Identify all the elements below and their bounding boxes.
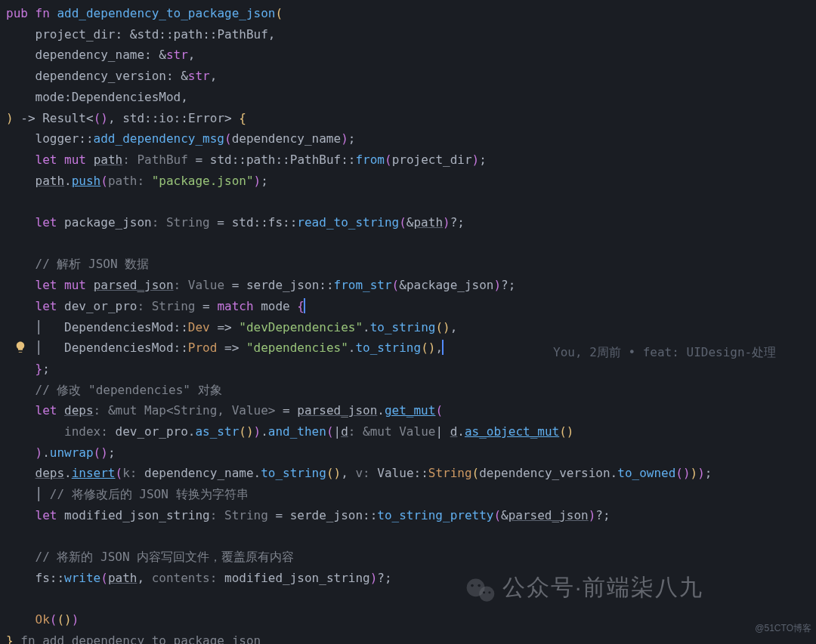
corner-attribution: @51CTO博客 (755, 618, 811, 639)
comment: // 解析 JSON 数据 (36, 257, 150, 271)
fn-call: to_owned (617, 466, 675, 480)
fn-call: as_object_mut (465, 424, 559, 439)
inlay-hint: : String (152, 215, 210, 230)
keyword: let (36, 403, 57, 418)
param: dependency_version (36, 69, 166, 83)
variable: deps (64, 403, 94, 418)
path-seg: std (210, 153, 232, 167)
comment: // 将修改后的 JSON 转换为字符串 (42, 487, 248, 501)
type: str (166, 48, 188, 62)
path-seg: path (174, 27, 203, 42)
keyword: match (217, 299, 253, 313)
lightbulb-icon[interactable] (14, 340, 27, 354)
svg-point-4 (483, 591, 485, 593)
keyword: let (36, 508, 57, 522)
fn-call: from (355, 153, 385, 167)
variable: path (108, 571, 138, 585)
inlay-hint: : PathBuf (122, 153, 188, 167)
inlay-hint: : String (137, 299, 195, 313)
comment: // 将新的 JSON 内容写回文件，覆盖原有内容 (36, 550, 295, 564)
variable: deps (36, 466, 65, 480)
fn-call: as_str (195, 424, 239, 439)
inlay-hint: : String (210, 508, 268, 522)
type: Result (42, 111, 86, 125)
param: mode (36, 90, 65, 104)
variable: parsed_json (508, 508, 589, 522)
keyword: pub (6, 6, 28, 20)
wechat-icon (464, 574, 497, 614)
keyword: let (36, 278, 57, 292)
keyword: mut (64, 278, 86, 292)
inlay-hint: : Value (174, 278, 224, 292)
op: = (196, 153, 203, 167)
variable: path (94, 153, 123, 167)
fn-call: push (72, 174, 101, 188)
variable: package_json (64, 215, 152, 230)
code-block[interactable]: pub fn add_dependency_to_package_json( p… (6, 3, 712, 644)
inlay-hint: index: (64, 424, 115, 439)
ident: dev_or_pro (116, 424, 188, 439)
path-seg: io (159, 111, 173, 125)
fn-call: add_dependency_msg (94, 131, 224, 146)
enum-variant: String (428, 466, 472, 480)
path-seg: serde_json (290, 508, 363, 522)
variable: modified_json_string (64, 508, 210, 522)
fn-call: insert (72, 466, 116, 480)
code-editor[interactable]: pub fn add_dependency_to_package_json( p… (0, 0, 816, 644)
ident: project_dir (392, 153, 472, 167)
inlay-hint: path: (108, 174, 152, 188)
inlay-hint: : &mut Map<String, Value> (94, 403, 276, 418)
inlay-hint: k: (122, 466, 144, 480)
string: "devDependencies" (239, 320, 363, 334)
type: DependenciesMod (72, 90, 181, 104)
ident: dependency_name (232, 131, 342, 146)
ident: d (341, 424, 348, 439)
enum: DependenciesMod (64, 340, 174, 355)
svg-point-1 (479, 587, 494, 602)
watermark-text: 公众号·前端柒八九 (502, 577, 703, 598)
keyword: mut (64, 153, 86, 167)
path-seg: path (246, 153, 276, 167)
comment: // 修改 "dependencies" 对象 (36, 383, 222, 397)
path-seg: fs (36, 571, 50, 585)
path-seg: fs (268, 215, 283, 230)
fn-call: and_then (268, 424, 326, 439)
path-seg: std (232, 215, 254, 230)
closing-label: fn add_dependency_to_package_json (20, 633, 261, 644)
fn-call: to_string_pretty (377, 508, 493, 522)
ident: mode (261, 299, 290, 313)
path-seg: std (137, 27, 159, 42)
inlay-hint: contents: (152, 571, 224, 585)
inlay-hint: v: (355, 466, 377, 480)
svg-point-5 (488, 591, 490, 593)
enum-variant: Ok (36, 612, 50, 627)
fn-name: add_dependency_to_package_json (57, 6, 275, 20)
param: dependency_name (36, 48, 145, 62)
string: "package.json" (152, 174, 254, 188)
ident: logger (36, 131, 79, 146)
type: Value (377, 466, 413, 480)
fn-call: to_string (355, 340, 421, 355)
svg-point-2 (471, 584, 474, 587)
fn-call: unwrap (50, 445, 94, 460)
variable: parsed_json (297, 403, 377, 418)
text-cursor (304, 298, 305, 313)
type: Error (188, 111, 224, 125)
fn-call: to_string (261, 466, 326, 480)
fn-call: read_to_string (297, 215, 399, 230)
text-cursor (442, 340, 444, 355)
git-blame-annotation: You, 2周前 • feat: UIDesign-处理 (553, 342, 776, 363)
type: str (188, 69, 210, 83)
ident: d (450, 424, 458, 439)
type: PathBuf (290, 153, 341, 167)
path-seg: std (122, 111, 144, 125)
param: project_dir (36, 27, 116, 42)
fn-call: from_str (334, 278, 392, 292)
keyword: let (36, 153, 57, 167)
path-seg: serde_json (246, 278, 319, 292)
fn-call: write (64, 571, 100, 585)
variable: path (413, 215, 443, 230)
inlay-hint: : &mut Value (348, 424, 436, 439)
enum-variant: Prod (188, 340, 218, 355)
ident: dependency_name (144, 466, 254, 480)
